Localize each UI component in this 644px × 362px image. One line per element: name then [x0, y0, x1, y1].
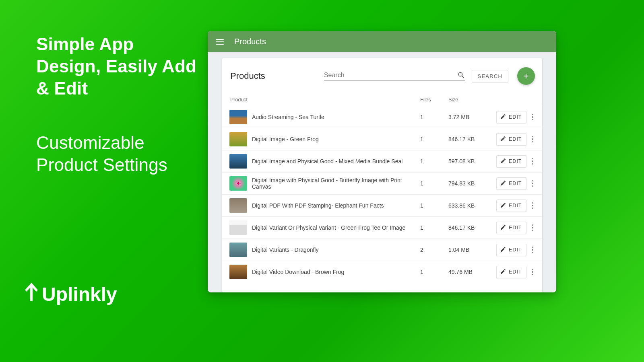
- appbar: Products: [208, 31, 556, 52]
- brand-logo: Uplinkly: [25, 283, 117, 306]
- brand-name: Uplinkly: [42, 283, 117, 305]
- headline-1: Simple App Design, Easily Add & Edit: [36, 33, 197, 99]
- more-menu-icon[interactable]: [530, 223, 535, 233]
- pencil-icon: [500, 202, 506, 210]
- search-field[interactable]: [324, 71, 465, 81]
- product-name: Audio Streaming - Sea Turtle: [252, 114, 420, 120]
- edit-button[interactable]: EDIT: [496, 266, 526, 278]
- more-menu-icon[interactable]: [530, 179, 535, 189]
- product-size: 794.83 KB: [448, 180, 495, 187]
- product-thumbnail: [229, 154, 247, 169]
- products-card: Products SEARCH + Product Files Size Aud…: [222, 58, 542, 292]
- edit-button[interactable]: EDIT: [496, 111, 526, 123]
- appbar-title: Products: [234, 37, 266, 46]
- card-title: Products: [229, 71, 265, 81]
- product-size: 3.72 MB: [448, 114, 495, 120]
- product-size: 1.04 MB: [448, 247, 495, 253]
- edit-button[interactable]: EDIT: [496, 200, 526, 212]
- pencil-icon: [500, 246, 506, 254]
- more-menu-icon[interactable]: [530, 245, 535, 255]
- edit-button[interactable]: EDIT: [496, 155, 526, 168]
- more-menu-icon[interactable]: [530, 156, 535, 167]
- uplinkly-arrow-icon: [25, 283, 39, 306]
- pencil-icon: [500, 180, 506, 187]
- more-menu-icon[interactable]: [530, 267, 535, 277]
- product-name: Digital PDF With PDF Stamping- Elephant …: [252, 202, 420, 209]
- product-name: Digital Variant Or Physical Variant - Gr…: [252, 224, 420, 231]
- product-name: Digital Image and Physical Good - Mixed …: [252, 158, 420, 165]
- edit-label: EDIT: [509, 225, 522, 230]
- product-files: 1: [420, 158, 448, 165]
- col-files: Files: [420, 97, 448, 103]
- product-name: Digital Video Download - Brown Frog: [252, 269, 420, 275]
- product-size: 846.17 KB: [448, 136, 495, 142]
- pencil-icon: [500, 224, 506, 232]
- product-thumbnail: [229, 132, 247, 146]
- edit-label: EDIT: [509, 247, 522, 253]
- product-thumbnail: [229, 176, 247, 191]
- search-button[interactable]: SEARCH: [472, 70, 508, 82]
- table-row: Digital Image with Physical Good - Butte…: [222, 172, 542, 194]
- table-row: Digital Variant Or Physical Variant - Gr…: [222, 216, 542, 239]
- product-name: Digital Image - Green Frog: [252, 136, 420, 142]
- edit-label: EDIT: [509, 203, 522, 208]
- col-size: Size: [448, 97, 495, 103]
- edit-label: EDIT: [509, 269, 522, 275]
- headline-2: Customizable Product Settings: [36, 132, 197, 176]
- table-row: Digital Video Download - Brown Frog149.7…: [222, 261, 542, 283]
- product-thumbnail: [229, 198, 247, 213]
- product-thumbnail: [229, 220, 247, 235]
- more-menu-icon[interactable]: [530, 134, 535, 144]
- hamburger-icon[interactable]: [216, 39, 224, 45]
- plus-icon: +: [523, 70, 529, 82]
- pencil-icon: [500, 113, 506, 121]
- col-product: Product: [229, 97, 420, 103]
- table-body: Audio Streaming - Sea Turtle13.72 MBEDIT…: [222, 106, 542, 283]
- product-files: 1: [420, 202, 448, 209]
- product-name: Digital Variants - Dragonfly: [252, 247, 420, 253]
- table-row: Digital Image - Green Frog1846.17 KBEDIT: [222, 128, 542, 150]
- edit-button[interactable]: EDIT: [496, 244, 526, 256]
- product-files: 1: [420, 114, 448, 120]
- product-thumbnail: [229, 243, 247, 257]
- product-files: 1: [420, 180, 448, 187]
- product-name: Digital Image with Physical Good - Butte…: [252, 177, 420, 190]
- product-size: 846.17 KB: [448, 224, 495, 231]
- table-header: Product Files Size: [222, 94, 542, 106]
- edit-label: EDIT: [509, 136, 522, 142]
- product-size: 633.86 KB: [448, 202, 495, 209]
- product-thumbnail: [229, 110, 247, 124]
- pencil-icon: [500, 158, 506, 165]
- table-row: Digital Image and Physical Good - Mixed …: [222, 150, 542, 172]
- edit-label: EDIT: [509, 114, 522, 120]
- more-menu-icon[interactable]: [530, 112, 535, 122]
- edit-button[interactable]: EDIT: [496, 133, 526, 146]
- pencil-icon: [500, 268, 506, 276]
- product-files: 1: [420, 269, 448, 275]
- pencil-icon: [500, 136, 506, 143]
- search-icon: [457, 71, 465, 79]
- app-window: Products Products SEARCH + Product Files…: [208, 31, 556, 292]
- product-files: 1: [420, 224, 448, 231]
- edit-label: EDIT: [509, 158, 522, 164]
- table-row: Digital PDF With PDF Stamping- Elephant …: [222, 194, 542, 216]
- search-input[interactable]: [324, 72, 457, 79]
- edit-button[interactable]: EDIT: [496, 222, 526, 234]
- edit-label: EDIT: [509, 181, 522, 186]
- more-menu-icon[interactable]: [530, 201, 535, 211]
- product-files: 2: [420, 247, 448, 253]
- product-size: 49.76 MB: [448, 269, 495, 275]
- product-files: 1: [420, 136, 448, 142]
- table-row: Digital Variants - Dragonfly21.04 MBEDIT: [222, 239, 542, 261]
- table-row: Audio Streaming - Sea Turtle13.72 MBEDIT: [222, 106, 542, 128]
- card-header: Products SEARCH +: [222, 58, 542, 94]
- edit-button[interactable]: EDIT: [496, 177, 526, 190]
- add-product-button[interactable]: +: [517, 67, 535, 85]
- marketing-copy: Simple App Design, Easily Add & Edit Cus…: [36, 33, 197, 176]
- product-thumbnail: [229, 265, 247, 279]
- product-size: 597.08 KB: [448, 158, 495, 165]
